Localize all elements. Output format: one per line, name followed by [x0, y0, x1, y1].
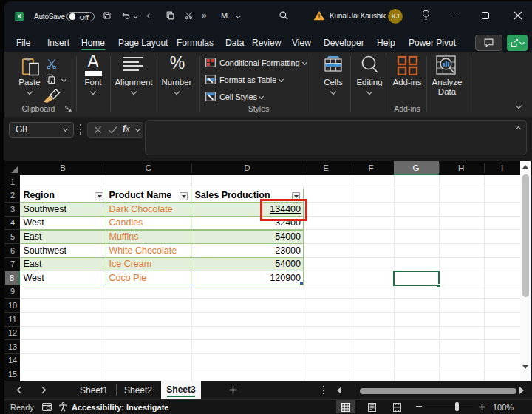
- svg-text:!: !: [318, 13, 321, 20]
- svg-text:X: X: [17, 13, 21, 20]
